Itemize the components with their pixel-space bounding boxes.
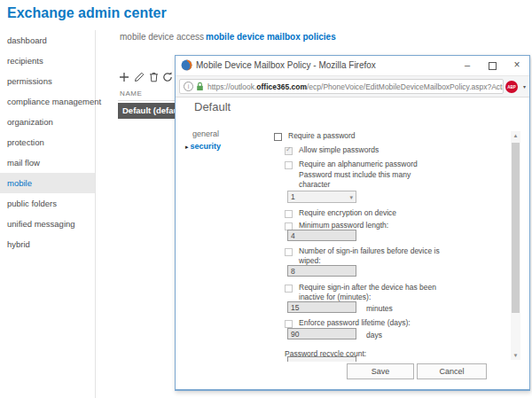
inactivity-signin-label: Require sign-in after the device has bee… bbox=[299, 283, 441, 301]
save-button[interactable]: Save bbox=[347, 363, 414, 379]
dialog-scrollbar[interactable]: ▲ ▼ bbox=[511, 131, 520, 360]
window-titlebar[interactable]: Mobile Device Mailbox Policy - Mozilla F… bbox=[176, 56, 529, 75]
window-title: Mobile Device Mailbox Policy - Mozilla F… bbox=[196, 56, 376, 75]
scroll-up-icon[interactable]: ▲ bbox=[511, 131, 520, 140]
refresh-icon[interactable] bbox=[161, 71, 174, 83]
close-button[interactable]: × bbox=[505, 56, 529, 75]
https-padlock-icon[interactable] bbox=[196, 82, 204, 91]
inactivity-signin-checkbox bbox=[285, 285, 293, 293]
scroll-down-icon[interactable]: ▼ bbox=[511, 351, 520, 360]
adblock-plus-icon[interactable]: ABP bbox=[505, 81, 518, 93]
sidebar-item-mail-flow[interactable]: mail flow bbox=[0, 152, 95, 173]
site-info-icon[interactable]: i bbox=[184, 82, 193, 91]
url-prefix: https://outlook. bbox=[207, 82, 256, 91]
url-input[interactable]: i https://outlook.office365.com/ecp/Phon… bbox=[179, 79, 504, 94]
character-sets-value: 1 bbox=[291, 192, 295, 201]
signin-failures-checkbox bbox=[285, 248, 293, 256]
url-domain: office365.com bbox=[256, 82, 307, 91]
sidebar-item-dashboard[interactable]: dashboard bbox=[0, 30, 95, 51]
password-lifetime-label: Enforce password lifetime (days): bbox=[299, 318, 411, 328]
require-password-label: Require a password bbox=[288, 131, 356, 141]
adblock-caret-icon[interactable]: ▾ bbox=[523, 83, 526, 90]
select-caret-icon: ▾ bbox=[349, 192, 353, 203]
dialog-nav-security[interactable]: ▸security bbox=[185, 142, 221, 151]
page-title: Exchange admin center bbox=[7, 5, 167, 21]
signin-failures-label: Number of sign-in failures before device… bbox=[299, 246, 441, 265]
alphanumeric-password-label: Require an alphanumeric password bbox=[299, 160, 418, 169]
signin-failures-input bbox=[287, 265, 356, 277]
inactivity-minutes-input bbox=[287, 301, 356, 313]
password-recycle-input bbox=[287, 356, 356, 362]
delete-trash-icon[interactable] bbox=[147, 71, 160, 83]
sidebar-item-protection[interactable]: protection bbox=[0, 132, 95, 152]
selected-nav-arrow-icon: ▸ bbox=[185, 144, 189, 150]
sidebar-item-unified-messaging[interactable]: unified messaging bbox=[0, 214, 95, 234]
cancel-button[interactable]: Cancel bbox=[417, 363, 487, 379]
dialog-nav-general[interactable]: general bbox=[192, 129, 219, 138]
min-password-length-label: Minimum password length: bbox=[299, 221, 388, 230]
url-path: /ecp/PhoneVoice/EditMobileDeviceMailboxP… bbox=[307, 82, 504, 91]
tab-mobile-device-access[interactable]: mobile device access bbox=[120, 32, 204, 42]
add-icon[interactable] bbox=[118, 71, 130, 83]
minutes-suffix-label: minutes bbox=[366, 304, 393, 313]
url-text: https://outlook.office365.com/ecp/PhoneV… bbox=[207, 82, 504, 91]
character-sets-select: 1▾ bbox=[287, 191, 356, 203]
dialog-heading: Default bbox=[194, 100, 231, 113]
security-form: Require a password ✓ Allow simple passwo… bbox=[269, 129, 508, 362]
sidebar-item-compliance-management[interactable]: compliance management bbox=[0, 91, 95, 112]
min-password-length-input bbox=[287, 230, 356, 241]
require-encryption-checkbox bbox=[285, 210, 293, 218]
exchange-admin-center-screen: Exchange admin center dashboard recipien… bbox=[0, 0, 532, 398]
allow-simple-passwords-label: Allow simple passwords bbox=[299, 145, 379, 155]
allow-simple-passwords-checkbox: ✓ bbox=[285, 147, 293, 155]
firefox-popup-window: Mobile Device Mailbox Policy - Mozilla F… bbox=[175, 55, 530, 391]
require-password-checkbox[interactable] bbox=[274, 133, 282, 141]
dialog-nav-security-label: security bbox=[191, 142, 222, 151]
alphanumeric-password-checkbox bbox=[285, 161, 293, 169]
sidebar-item-public-folders[interactable]: public folders bbox=[0, 193, 95, 214]
sidebar-item-recipients[interactable]: recipients bbox=[0, 51, 95, 71]
require-encryption-label: Require encryption on device bbox=[299, 208, 396, 218]
maximize-button[interactable] bbox=[480, 56, 505, 75]
minimize-button[interactable]: – bbox=[455, 56, 480, 75]
tab-mobile-device-mailbox-policies[interactable]: mobile device mailbox policies bbox=[206, 32, 336, 42]
sidebar-item-mobile[interactable]: mobile bbox=[0, 173, 95, 193]
name-column-header: NAME bbox=[120, 90, 143, 98]
days-suffix-label: days bbox=[366, 331, 382, 339]
sidebar-item-organization[interactable]: organization bbox=[0, 112, 95, 132]
password-lifetime-checkbox bbox=[285, 320, 293, 328]
sidebar-item-hybrid[interactable]: hybrid bbox=[0, 234, 95, 254]
scrollbar-thumb[interactable] bbox=[512, 143, 520, 313]
maximize-icon bbox=[489, 62, 497, 70]
password-lifetime-input bbox=[287, 328, 356, 339]
checkmark-icon: ✓ bbox=[286, 145, 292, 153]
firefox-icon bbox=[181, 59, 192, 71]
sidebar-divider bbox=[95, 30, 96, 398]
edit-pencil-icon[interactable] bbox=[133, 71, 145, 83]
address-bar: i https://outlook.office365.com/ecp/Phon… bbox=[176, 75, 529, 98]
sidebar-item-permissions[interactable]: permissions bbox=[0, 71, 95, 91]
